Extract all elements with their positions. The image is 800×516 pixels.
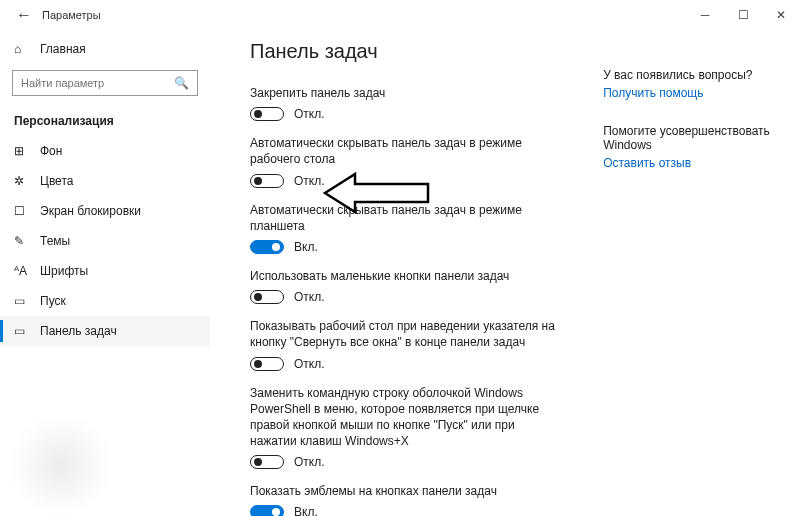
toggle-switch[interactable] xyxy=(250,357,284,371)
setting-item: Автоматически скрывать панель задач в ре… xyxy=(250,135,563,187)
lock-icon: ☐ xyxy=(14,204,30,218)
content: Панель задач Закрепить панель задачОткл.… xyxy=(210,30,800,516)
search-input-wrap[interactable]: 🔍 xyxy=(12,70,198,96)
sidebar-item-lockscreen[interactable]: ☐ Экран блокировки xyxy=(0,196,210,226)
sidebar-item-label: Темы xyxy=(40,234,70,248)
back-icon[interactable]: ← xyxy=(12,6,36,24)
setting-item: Заменить командную строку оболочкой Wind… xyxy=(250,385,563,470)
setting-label: Заменить командную строку оболочкой Wind… xyxy=(250,385,563,450)
setting-item: Показывать рабочий стол при наведении ук… xyxy=(250,318,563,370)
setting-item: Закрепить панель задачОткл. xyxy=(250,85,563,121)
toggle-switch[interactable] xyxy=(250,455,284,469)
setting-label: Показать эмблемы на кнопках панели задач xyxy=(250,483,563,499)
setting-label: Закрепить панель задач xyxy=(250,85,563,101)
taskbar-icon: ▭ xyxy=(14,324,30,338)
sidebar-item-taskbar[interactable]: ▭ Панель задач xyxy=(0,316,210,346)
search-icon: 🔍 xyxy=(174,76,189,90)
help-link[interactable]: Получить помощь xyxy=(603,86,800,100)
toggle-state: Откл. xyxy=(294,174,325,188)
sidebar-home-label: Главная xyxy=(40,42,86,56)
font-icon: ᴬA xyxy=(14,264,30,278)
palette-icon: ✲ xyxy=(14,174,30,188)
sidebar-item-colors[interactable]: ✲ Цвета xyxy=(0,166,210,196)
sidebar-item-label: Панель задач xyxy=(40,324,117,338)
sidebar: ⌂ Главная 🔍 Персонализация ⊞ Фон ✲ Цвета… xyxy=(0,30,210,516)
sidebar-item-fonts[interactable]: ᴬA Шрифты xyxy=(0,256,210,286)
setting-item: Показать эмблемы на кнопках панели задач… xyxy=(250,483,563,516)
toggle-state: Откл. xyxy=(294,290,325,304)
toggle-state: Откл. xyxy=(294,107,325,121)
window-controls: ─ ☐ ✕ xyxy=(686,0,800,30)
sidebar-item-label: Пуск xyxy=(40,294,66,308)
toggle-state: Вкл. xyxy=(294,240,318,254)
sidebar-home[interactable]: ⌂ Главная xyxy=(0,36,210,62)
setting-label: Показывать рабочий стол при наведении ук… xyxy=(250,318,563,350)
sidebar-item-label: Экран блокировки xyxy=(40,204,141,218)
setting-label: Автоматически скрывать панель задач в ре… xyxy=(250,135,563,167)
decoration-blur xyxy=(6,420,116,510)
start-icon: ▭ xyxy=(14,294,30,308)
sidebar-item-background[interactable]: ⊞ Фон xyxy=(0,136,210,166)
sidebar-item-label: Фон xyxy=(40,144,62,158)
image-icon: ⊞ xyxy=(14,144,30,158)
toggle-switch[interactable] xyxy=(250,240,284,254)
setting-item: Использовать маленькие кнопки панели зад… xyxy=(250,268,563,304)
sidebar-item-label: Цвета xyxy=(40,174,73,188)
toggle-state: Откл. xyxy=(294,455,325,469)
aside-panel: У вас появились вопросы? Получить помощь… xyxy=(603,40,800,516)
sidebar-item-themes[interactable]: ✎ Темы xyxy=(0,226,210,256)
toggle-switch[interactable] xyxy=(250,505,284,516)
setting-label: Автоматически скрывать панель задач в ре… xyxy=(250,202,563,234)
toggle-switch[interactable] xyxy=(250,290,284,304)
window-title: Параметры xyxy=(42,9,101,21)
home-icon: ⌂ xyxy=(14,42,30,56)
feedback-link[interactable]: Оставить отзыв xyxy=(603,156,800,170)
brush-icon: ✎ xyxy=(14,234,30,248)
minimize-button[interactable]: ─ xyxy=(686,0,724,30)
page-title: Панель задач xyxy=(250,40,563,63)
toggle-state: Откл. xyxy=(294,357,325,371)
sidebar-item-start[interactable]: ▭ Пуск xyxy=(0,286,210,316)
search-input[interactable] xyxy=(21,77,174,89)
sidebar-group-header: Персонализация xyxy=(0,110,210,136)
setting-label: Использовать маленькие кнопки панели зад… xyxy=(250,268,563,284)
aside-question-2: Помогите усовершенствовать Windows xyxy=(603,124,800,152)
maximize-button[interactable]: ☐ xyxy=(724,0,762,30)
close-button[interactable]: ✕ xyxy=(762,0,800,30)
toggle-switch[interactable] xyxy=(250,174,284,188)
sidebar-item-label: Шрифты xyxy=(40,264,88,278)
setting-item: Автоматически скрывать панель задач в ре… xyxy=(250,202,563,254)
main-panel: Панель задач Закрепить панель задачОткл.… xyxy=(250,40,563,516)
toggle-state: Вкл. xyxy=(294,505,318,516)
toggle-switch[interactable] xyxy=(250,107,284,121)
aside-question: У вас появились вопросы? xyxy=(603,68,800,82)
titlebar: ← Параметры ─ ☐ ✕ xyxy=(0,0,800,30)
